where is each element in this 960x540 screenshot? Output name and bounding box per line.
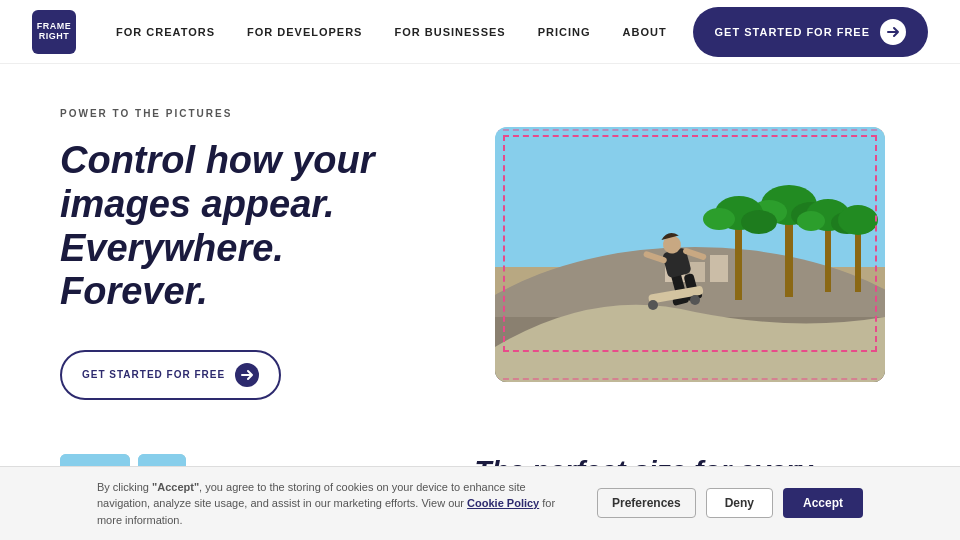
arrow-icon bbox=[880, 19, 906, 45]
logo-text: FRAMERIGHT bbox=[37, 22, 72, 42]
svg-point-31 bbox=[690, 295, 700, 305]
hero-cta-button[interactable]: GET STARTED FOR FREE bbox=[60, 350, 281, 400]
svg-point-17 bbox=[741, 210, 777, 234]
accept-button[interactable]: Accept bbox=[783, 488, 863, 518]
hero-image bbox=[495, 127, 885, 382]
nav-businesses[interactable]: FOR BUSINESSES bbox=[394, 26, 505, 38]
hero-left: POWER TO THE PICTURES Control how your i… bbox=[60, 108, 481, 400]
nav-cta-button[interactable]: GET STARTED FOR FREE bbox=[693, 7, 928, 57]
hero-image-area bbox=[481, 127, 900, 382]
preferences-button[interactable]: Preferences bbox=[597, 488, 696, 518]
logo[interactable]: FRAMERIGHT bbox=[32, 10, 76, 54]
hero-eyebrow: POWER TO THE PICTURES bbox=[60, 108, 441, 119]
cookie-policy-link[interactable]: Cookie Policy bbox=[467, 497, 539, 509]
nav-creators[interactable]: FOR CREATORS bbox=[116, 26, 215, 38]
svg-point-10 bbox=[797, 211, 825, 231]
hero-arrow-icon bbox=[235, 363, 259, 387]
svg-rect-20 bbox=[710, 255, 728, 282]
hero-headline: Control how your images appear.Everywher… bbox=[60, 139, 441, 314]
navbar: FRAMERIGHT FOR CREATORS FOR DEVELOPERS F… bbox=[0, 0, 960, 64]
svg-point-13 bbox=[838, 205, 878, 235]
svg-point-30 bbox=[648, 300, 658, 310]
svg-point-16 bbox=[703, 208, 735, 230]
nav-about[interactable]: ABOUT bbox=[623, 26, 667, 38]
cookie-buttons: Preferences Deny Accept bbox=[597, 488, 863, 518]
nav-links: FOR CREATORS FOR DEVELOPERS FOR BUSINESS… bbox=[116, 26, 693, 38]
nav-pricing[interactable]: PRICING bbox=[538, 26, 591, 38]
accept-word: "Accept" bbox=[152, 481, 199, 493]
cookie-banner: By clicking "Accept", you agree to the s… bbox=[0, 466, 960, 535]
cookie-text: By clicking "Accept", you agree to the s… bbox=[97, 479, 577, 529]
nav-developers[interactable]: FOR DEVELOPERS bbox=[247, 26, 362, 38]
deny-button[interactable]: Deny bbox=[706, 488, 773, 518]
hero-section: POWER TO THE PICTURES Control how your i… bbox=[0, 64, 960, 434]
